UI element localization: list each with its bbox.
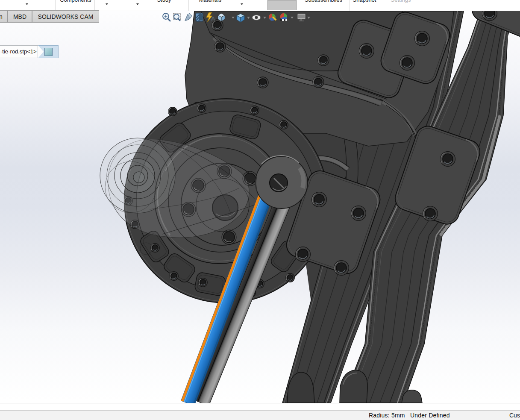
svg-text:A: A [211,15,215,22]
